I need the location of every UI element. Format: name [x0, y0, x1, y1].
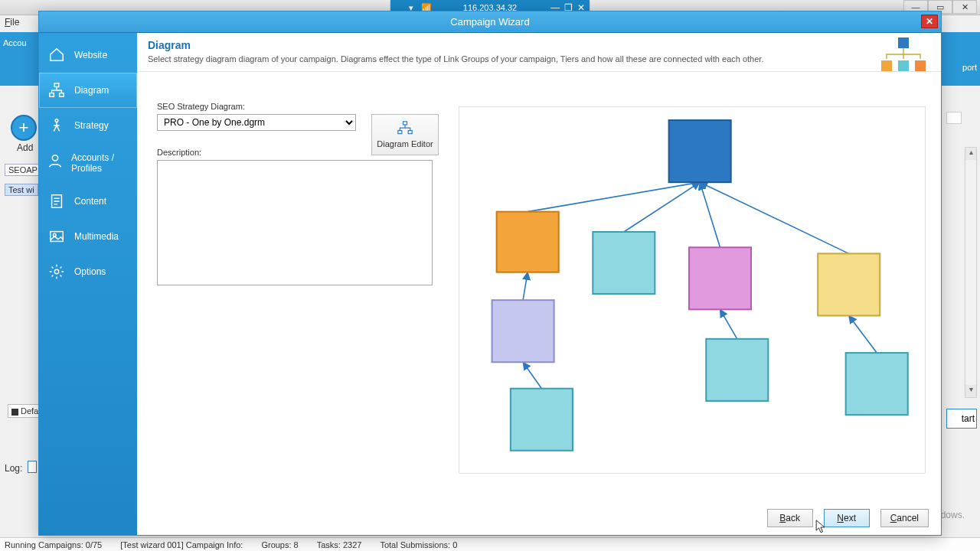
- diagram-edge: [528, 182, 700, 212]
- diagram-canvas[interactable]: [459, 106, 926, 474]
- diagram-node[interactable]: [492, 300, 554, 362]
- nav-website[interactable]: Website: [39, 37, 137, 73]
- diagram-edge: [700, 182, 720, 247]
- log-label: Log:: [5, 463, 22, 474]
- outer-close-icon[interactable]: ✕: [952, 0, 977, 14]
- right-scrollbar[interactable]: ▴ ▾: [965, 147, 977, 398]
- diagram-node[interactable]: [818, 253, 880, 315]
- row-test-wizard[interactable]: Test wi: [5, 184, 38, 196]
- wizard-nav: Website Diagram Strategy Accounts / Prof…: [39, 33, 137, 535]
- document-icon: [47, 193, 67, 210]
- add-label: Add: [17, 142, 33, 153]
- diagram-node[interactable]: [497, 212, 559, 272]
- status-tasks: Tasks: 2327: [317, 540, 362, 549]
- description-textarea[interactable]: [157, 160, 433, 285]
- file-menu[interactable]: File: [5, 17, 19, 28]
- svg-rect-0: [54, 83, 59, 87]
- diagram-node[interactable]: [846, 353, 908, 415]
- diagram-edge: [523, 362, 541, 388]
- diagram-select-label: SEO Strategy Diagram:: [157, 102, 440, 111]
- start-button-partial[interactable]: tart: [946, 409, 977, 429]
- svg-point-3: [55, 119, 58, 122]
- status-info: [Test wizard 001] Campaign Info:: [120, 540, 243, 549]
- svg-point-8: [54, 269, 59, 274]
- header-diagram-icon: [880, 37, 927, 79]
- ribbon-right-label: port: [962, 63, 977, 72]
- nav-multimedia[interactable]: Multimedia: [39, 219, 137, 254]
- diagram-edge: [523, 272, 528, 300]
- svg-point-4: [52, 155, 57, 161]
- page-subtitle: Select strategy diagram diagram of your …: [148, 54, 930, 64]
- status-subs: Total Submissions: 0: [380, 540, 457, 549]
- log-box[interactable]: [28, 461, 37, 473]
- cancel-button[interactable]: Cancel: [880, 509, 929, 527]
- scroll-up-icon[interactable]: ▴: [965, 148, 976, 160]
- diagram-edge: [720, 309, 737, 339]
- nav-options[interactable]: Options: [39, 254, 137, 289]
- svg-rect-1: [50, 93, 54, 97]
- nav-strategy[interactable]: Strategy: [39, 108, 137, 143]
- diagram-icon: [47, 82, 67, 99]
- default-chip[interactable]: Defa: [8, 404, 42, 418]
- svg-rect-14: [398, 131, 402, 134]
- tab-seoap[interactable]: SEOAP: [5, 164, 41, 176]
- svg-rect-11: [898, 60, 909, 71]
- nav-diagram[interactable]: Diagram: [39, 73, 137, 108]
- diagram-node[interactable]: [706, 339, 768, 401]
- divider: [137, 71, 941, 72]
- account-label: Accou: [3, 38, 40, 47]
- home-icon: [47, 47, 67, 64]
- scroll-down-icon[interactable]: ▾: [965, 385, 976, 397]
- svg-rect-15: [408, 131, 412, 134]
- campaign-wizard-dialog: Campaign Wizard ✕ Website Diagram Strate…: [38, 11, 942, 536]
- diagram-edge: [624, 182, 700, 232]
- dialog-close-button[interactable]: ✕: [921, 15, 938, 28]
- dialog-titlebar[interactable]: Campaign Wizard ✕: [39, 11, 941, 33]
- back-button[interactable]: Back: [767, 509, 813, 527]
- diagram-editor-button[interactable]: Diagram Editor: [371, 114, 439, 155]
- next-button[interactable]: Next: [824, 509, 870, 527]
- wizard-pane: Diagram Select strategy diagram diagram …: [137, 33, 941, 535]
- diagram-select[interactable]: PRO - One by One.dgrm: [157, 114, 356, 131]
- dialog-title: Campaign Wizard: [450, 16, 529, 28]
- gear-icon: [47, 263, 67, 280]
- diagram-node[interactable]: [669, 120, 731, 182]
- diagram-node[interactable]: [689, 247, 751, 309]
- svg-rect-9: [898, 37, 909, 48]
- status-groups: Groups: 8: [261, 540, 298, 549]
- svg-rect-6: [51, 231, 64, 241]
- svg-rect-13: [403, 122, 407, 125]
- svg-rect-2: [60, 93, 64, 97]
- svg-rect-10: [881, 60, 892, 71]
- status-running: Running Campaigns: 0/75: [5, 540, 102, 549]
- strategy-icon: [47, 117, 67, 134]
- nav-accounts[interactable]: Accounts / Profiles: [39, 143, 137, 184]
- page-title: Diagram: [148, 39, 930, 51]
- add-button[interactable]: +: [11, 115, 37, 141]
- diagram-edge: [849, 315, 877, 353]
- user-icon: [47, 152, 64, 169]
- status-bar: Running Campaigns: 0/75 [Test wizard 001…: [0, 537, 980, 551]
- diagram-node[interactable]: [593, 232, 655, 294]
- image-icon: [47, 228, 67, 245]
- diagram-node[interactable]: [511, 389, 573, 451]
- toolbar-fragment[interactable]: [946, 112, 962, 124]
- diagram-edge: [700, 182, 849, 253]
- nav-content[interactable]: Content: [39, 184, 137, 219]
- svg-rect-12: [915, 60, 926, 71]
